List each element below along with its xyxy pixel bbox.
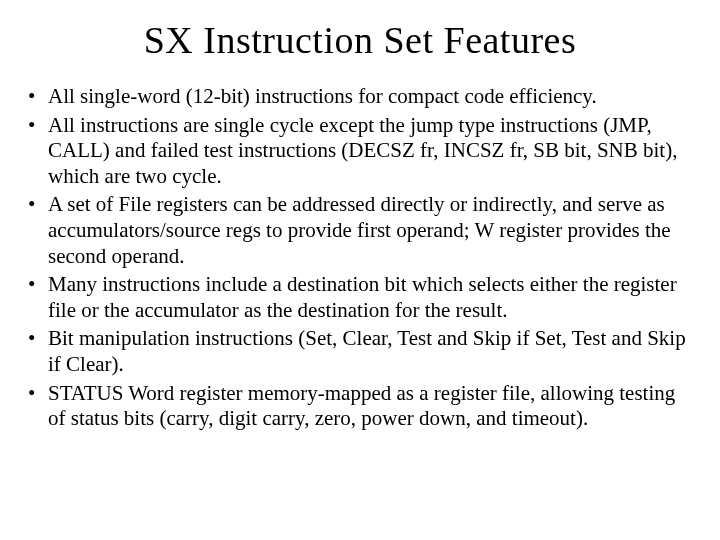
list-item: All single-word (12-bit) instructions fo… (28, 84, 696, 110)
list-item: All instructions are single cycle except… (28, 113, 696, 190)
slide-title: SX Instruction Set Features (18, 18, 702, 62)
list-item: STATUS Word register memory-mapped as a … (28, 381, 696, 432)
slide: SX Instruction Set Features All single-w… (0, 0, 720, 540)
bullet-list: All single-word (12-bit) instructions fo… (18, 84, 702, 432)
list-item: A set of File registers can be addressed… (28, 192, 696, 269)
list-item: Many instructions include a destination … (28, 272, 696, 323)
list-item: Bit manipulation instructions (Set, Clea… (28, 326, 696, 377)
